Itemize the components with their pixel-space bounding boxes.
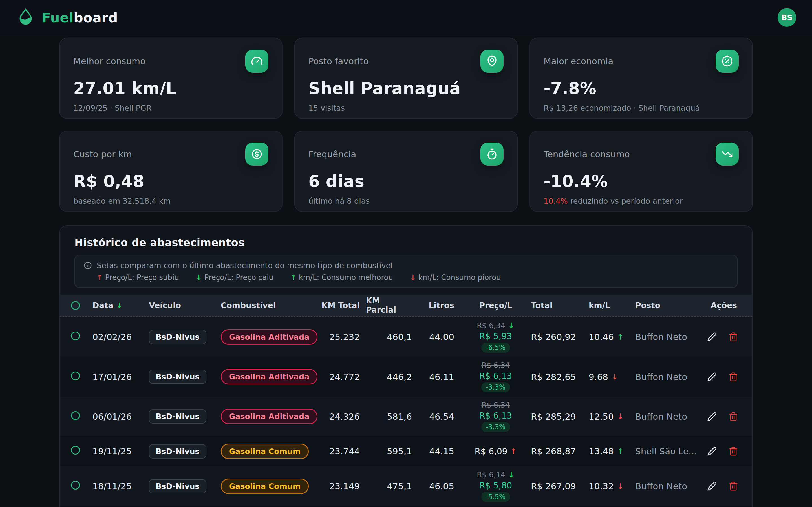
col-kml[interactable]: km/L [589,301,635,310]
row-select-checkbox[interactable] [71,372,80,380]
stat-card-value: R$ 0,48 [73,172,268,191]
cell-posto: Buffon Neto [635,372,702,382]
legend-items: ↑Preço/L: Preço subiu↓Preço/L: Preço cai… [84,273,728,282]
stat-card-subtext: baseado em 32.518,4 km [73,196,268,205]
stat-card-label: Maior economia [544,56,613,66]
trash-icon [728,412,738,421]
badge-percent-icon [716,50,739,73]
cell-posto: Buffon Neto [635,411,702,421]
table-row: 06/01/26 BsD-Nivus Gasolina Aditivada 24… [60,396,752,436]
cell-preco: R$ 6,34 R$ 6,13 -3.3% [460,401,531,432]
cell-preco: R$ 6,34 R$ 6,13 -3.3% [460,361,531,392]
stat-card-label: Frequência [308,149,356,159]
vehicle-badge: BsD-Nivus [149,330,206,344]
table-row: 15/10/25 BsD-Nivus Gasolina Comum 22.674… [60,506,752,507]
table-body: 02/02/26 BsD-Nivus Gasolina Aditivada 25… [60,317,752,507]
cell-km-parcial: 460,1 [366,332,418,342]
cell-date: 06/01/26 [93,411,149,421]
kml-change-arrow-icon: ↓ [612,372,618,381]
stat-card: Frequência 6 dias último há 8 dias [294,131,518,212]
trending-down-icon [716,143,739,166]
trash-icon [728,446,738,456]
col-combustivel[interactable]: Combustível [221,301,318,310]
gauge-icon [245,50,268,73]
price-change-badge: -3.3% [481,382,510,392]
price-change-badge: -3.3% [481,422,510,432]
row-select-checkbox[interactable] [71,332,80,340]
row-select-checkbox[interactable] [71,446,80,455]
row-select-checkbox[interactable] [71,411,80,420]
pencil-icon [707,446,717,456]
sort-desc-icon: ↓ [116,301,122,309]
legend-item: ↓Preço/L: Preço caiu [196,273,273,282]
fuel-badge: Gasolina Comum [221,444,309,459]
row-select-checkbox[interactable] [71,481,80,490]
cell-total: R$ 268,87 [531,446,589,456]
fuel-badge: Gasolina Aditivada [221,409,317,424]
cell-date: 19/11/25 [93,446,149,456]
stat-card-label: Tendência consumo [544,149,630,159]
col-litros[interactable]: Litros [418,301,460,310]
delete-button[interactable] [727,445,739,457]
app-title-rest: board [73,10,118,25]
cell-date: 18/11/25 [93,481,149,491]
cell-kml: 10.46↑ [589,332,635,342]
delete-button[interactable] [727,411,739,422]
cell-km-parcial: 446,2 [366,372,418,382]
vehicle-badge: BsD-Nivus [149,409,206,424]
cell-kml: 10.32↓ [589,481,635,491]
old-price: R$ 6,34↓ [477,321,514,330]
stat-card-label: Melhor consumo [73,56,146,66]
current-price: R$ 5,93 [479,331,512,341]
col-data[interactable]: Data↓ [93,301,149,310]
edit-button[interactable] [706,480,718,492]
fuel-badge: Gasolina Aditivada [221,329,317,345]
delete-button[interactable] [727,480,739,492]
cell-date: 17/01/26 [93,372,149,382]
stat-card: Melhor consumo 27.01 km/L 12/09/25 · She… [59,38,283,119]
history-section: Histórico de abastecimentos Setas compar… [59,225,753,507]
stat-card-subtext: último há 8 dias [308,196,504,205]
trash-icon [728,372,738,382]
cell-kml: 9.68↓ [589,372,635,382]
col-preco-l[interactable]: Preço/L [460,301,531,310]
cell-litros: 44.15 [418,446,460,456]
table-header: Data↓ Veículo Combustível KM Total KM Pa… [60,295,752,317]
col-veiculo[interactable]: Veículo [149,301,221,310]
edit-button[interactable] [706,445,718,457]
cell-total: R$ 267,09 [531,481,589,491]
current-price: R$ 6,13 [479,371,512,381]
current-price: R$ 5,80 [479,481,512,490]
col-posto[interactable]: Posto [635,301,702,310]
cell-total: R$ 285,29 [531,411,589,421]
edit-button[interactable] [706,331,718,343]
legend-note: Setas comparam com o último abasteciment… [74,255,738,288]
user-avatar[interactable]: BS [777,8,796,27]
col-km-total[interactable]: KM Total [318,301,366,310]
cell-km-parcial: 475,1 [366,481,418,491]
cell-total: R$ 260,92 [531,332,589,342]
cell-kml: 12.50↓ [589,411,635,421]
cell-km-total: 23.744 [318,446,366,456]
cell-litros: 46.11 [418,372,460,382]
edit-button[interactable] [706,411,718,422]
table-row: 17/01/26 BsD-Nivus Gasolina Aditivada 24… [60,356,752,396]
top-navbar: Fuelboard BS [0,0,812,36]
droplet-icon [16,8,36,27]
delete-button[interactable] [727,331,739,343]
cell-posto: Buffon Neto [635,332,702,342]
select-all-checkbox[interactable] [71,301,80,310]
col-km-parcial[interactable]: KM Parcial [366,296,418,315]
legend-item: ↓km/L: Consumo piorou [410,273,501,282]
edit-button[interactable] [706,371,718,383]
pencil-icon [707,412,717,421]
stat-card-label: Custo por km [73,149,132,159]
stat-card-value: -7.8% [544,79,739,98]
dashboard: Melhor consumo 27.01 km/L 12/09/25 · She… [59,38,753,507]
cell-km-total: 24.326 [318,411,366,421]
fuel-badge: Gasolina Comum [221,478,309,494]
col-total[interactable]: Total [531,301,589,310]
delete-button[interactable] [727,371,739,383]
pencil-icon [707,332,717,342]
price-change-arrow-icon: ↓ [508,470,515,479]
